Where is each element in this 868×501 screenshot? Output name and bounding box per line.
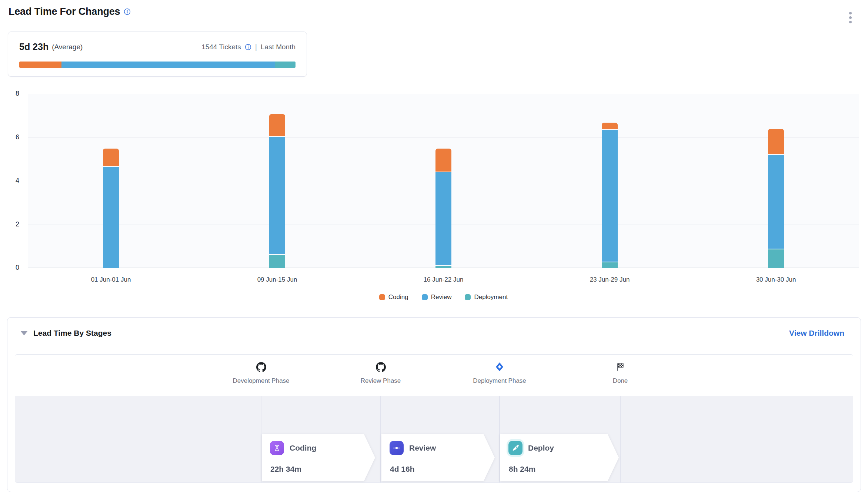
stage-card-review: Review 4d 16h [381,434,495,481]
bar-segment-review[interactable] [768,155,784,249]
bar-segment-review[interactable] [602,130,618,262]
legend-swatch [465,294,471,300]
separator: | [255,43,257,51]
chart-plot-area [28,94,859,268]
stacked-bar-16 Jun-22 Jun[interactable] [435,149,451,268]
github-icon [333,361,429,372]
stacked-bar-09 Jun-15 Jun[interactable] [269,114,285,268]
legend-item-deployment[interactable]: Deployment [465,293,508,301]
x-axis-label: 16 Jun-22 Jun [360,276,527,283]
bar-segment-coding[interactable] [269,114,285,136]
stages-body: Coding 22h 34m [15,396,853,483]
phase-header-row: Development Phase Review Phase [15,355,853,396]
github-icon [213,361,309,372]
widget-header: Lead Time For Changes [9,6,131,17]
column-divider [620,396,621,483]
summary-card: 5d 23h (Average) 1544 Tickets | Last Mon… [8,31,307,77]
bar-segment-review[interactable] [103,167,119,268]
x-axis-label: 09 Jun-15 Jun [194,276,360,283]
stage-duration: 4d 16h [390,465,415,474]
period-label: Last Month [261,43,296,51]
stage-name: Coding [290,444,316,452]
stage-card-coding: Coding 22h 34m [262,434,375,481]
stage-card-deploy: Deploy 8h 24m [500,434,619,481]
stage-name: Review [409,444,436,452]
y-axis-tick: 2 [0,220,19,228]
bar-segment-review[interactable] [269,137,285,254]
phase-label: Review Phase [333,377,429,385]
legend-item-coding[interactable]: Coding [379,293,408,301]
phase-deployment: Deployment Phase [451,361,548,385]
average-lead-time-value: 5d 23h [19,42,49,52]
legend-swatch [422,294,428,300]
stage-distribution-bar [19,62,296,68]
phase-development: Development Phase [213,361,309,385]
distribution-segment-coding [19,62,61,68]
y-axis-tick: 8 [0,90,19,97]
stages-table: Development Phase Review Phase [15,354,853,483]
stage-duration: 22h 34m [270,465,301,474]
column-divider [380,396,381,483]
phase-label: Deployment Phase [451,377,548,385]
tickets-count: 1544 Tickets [201,43,241,51]
stacked-bar-01 Jun-01 Jun[interactable] [103,149,119,268]
x-axis-labels: 01 Jun-01 Jun09 Jun-15 Jun16 Jun-22 Jun2… [28,276,859,283]
stacked-bar-30 Jun-30 Jun[interactable] [768,129,784,268]
checkered-flag-icon [572,361,668,372]
git-commit-icon [390,441,404,455]
legend-item-review[interactable]: Review [422,293,452,301]
phase-review: Review Phase [333,361,429,385]
lead-time-chart: 86420 01 Jun-01 Jun09 Jun-15 Jun16 Jun-2… [0,89,868,308]
info-icon[interactable] [124,8,131,15]
legend-label: Deployment [474,293,508,301]
stages-section-title: Lead Time By Stages [33,329,111,338]
bar-segment-review[interactable] [435,172,451,265]
rocket-icon [508,441,523,455]
stacked-bar-23 Jun-29 Jun[interactable] [602,123,618,268]
legend-label: Coding [388,293,408,301]
stage-name: Deploy [528,444,554,452]
bar-segment-coding[interactable] [435,149,451,172]
legend-swatch [379,294,385,300]
y-axis-tick: 6 [0,133,19,141]
average-label: (Average) [52,43,83,51]
x-axis-label: 23 Jun-29 Jun [527,276,693,283]
kebab-menu-icon[interactable] [848,10,853,25]
diamond-icon [451,361,548,372]
bar-segment-coding[interactable] [768,129,784,154]
hourglass-icon [270,441,284,455]
phase-done: Done [572,361,668,385]
y-axis-tick: 4 [0,177,19,185]
lead-time-by-stages-section: Lead Time By Stages View Drilldown Devel… [7,317,861,492]
bar-segment-coding[interactable] [602,123,618,129]
x-axis-label: 01 Jun-01 Jun [28,276,194,283]
bar-segment-deployment[interactable] [602,262,618,268]
bar-segment-deployment[interactable] [435,266,451,268]
column-divider [499,396,500,483]
legend-label: Review [431,293,452,301]
y-axis-tick: 0 [0,264,19,272]
distribution-segment-deployment [275,62,296,68]
bar-segment-deployment[interactable] [768,249,784,268]
distribution-segment-review [61,62,275,68]
page-title: Lead Time For Changes [9,6,120,17]
x-axis-label: 30 Jun-30 Jun [693,276,859,283]
stage-duration: 8h 24m [509,465,535,474]
chart-legend: CodingReviewDeployment [28,293,859,301]
view-drilldown-link[interactable]: View Drilldown [789,329,844,338]
column-divider [261,396,261,483]
phase-label: Development Phase [213,377,309,385]
lead-time-widget: { "header": { "title": "Lead Time For Ch… [0,0,868,501]
bar-segment-coding[interactable] [103,149,119,166]
tickets-info-icon[interactable] [245,44,251,50]
phase-label: Done [572,377,668,385]
bar-segment-deployment[interactable] [269,255,285,268]
collapse-chevron-icon[interactable] [21,331,27,335]
